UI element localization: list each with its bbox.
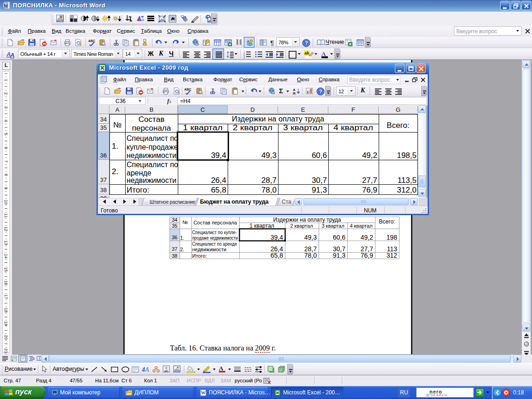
- svg-text:купле-продаже: купле-продаже: [127, 143, 178, 151]
- svg-text:A: A: [115, 106, 120, 113]
- svg-text:91,3: 91,3: [333, 252, 345, 259]
- svg-text:2.: 2.: [180, 247, 184, 252]
- svg-text:49,3: 49,3: [261, 151, 277, 160]
- svg-text:312,0: 312,0: [397, 186, 417, 194]
- svg-text:27,7: 27,7: [362, 176, 377, 185]
- svg-text:D: D: [250, 106, 254, 113]
- svg-text:Специалист по аренде: Специалист по аренде: [192, 241, 237, 247]
- svg-text:Итого:: Итого:: [192, 253, 207, 259]
- svg-text:недвижимости: недвижимости: [127, 151, 176, 159]
- svg-text:Состав: Состав: [139, 115, 164, 124]
- svg-text:60,6: 60,6: [312, 151, 327, 160]
- svg-text:30,7: 30,7: [312, 176, 327, 185]
- svg-text:G: G: [396, 106, 400, 113]
- svg-text:198,5: 198,5: [397, 151, 417, 160]
- svg-text:1.: 1.: [112, 142, 118, 151]
- svg-text:26,4: 26,4: [211, 176, 226, 185]
- svg-text:1 квартал: 1 квартал: [249, 223, 274, 229]
- svg-text:76,9: 76,9: [362, 186, 377, 194]
- svg-text:91,3: 91,3: [312, 186, 327, 194]
- svg-text:C: C: [200, 106, 205, 113]
- svg-text:A: A: [219, 365, 224, 372]
- svg-text:4 квартал: 4 квартал: [350, 223, 372, 229]
- svg-text:38: 38: [172, 253, 177, 259]
- svg-text:2 квартал: 2 квартал: [233, 124, 272, 132]
- svg-text:Специалист по: Специалист по: [127, 134, 178, 142]
- svg-text:Всего:: Всего:: [379, 218, 395, 225]
- svg-text:A: A: [10, 52, 14, 59]
- svg-text:?: ?: [305, 40, 308, 46]
- svg-text:36: 36: [100, 152, 107, 159]
- svg-text:E: E: [301, 106, 305, 113]
- svg-text:35: 35: [172, 223, 177, 229]
- svg-text:60,6: 60,6: [333, 234, 345, 241]
- svg-text:¶: ¶: [270, 39, 274, 46]
- svg-text:78,0: 78,0: [304, 252, 317, 259]
- svg-text:Σ: Σ: [279, 87, 283, 95]
- svg-text:A: A: [321, 50, 326, 57]
- svg-text:37: 37: [100, 176, 107, 183]
- svg-text:?: ?: [319, 89, 322, 94]
- svg-text:2 квартал: 2 квартал: [290, 223, 313, 229]
- svg-text:39,4: 39,4: [211, 151, 226, 160]
- svg-text:113,5: 113,5: [398, 176, 417, 185]
- svg-text:3 квартал: 3 квартал: [321, 223, 344, 229]
- svg-text:недвижимости: недвижимости: [127, 176, 176, 184]
- svg-text:198: 198: [387, 234, 398, 241]
- svg-text:Издержки на оплату труда: Издержки на оплату труда: [273, 217, 341, 223]
- svg-text:65,8: 65,8: [211, 186, 226, 194]
- svg-text:№: №: [113, 121, 121, 129]
- svg-text:недвижимости: недвижимости: [192, 247, 226, 252]
- svg-text:продаже недвижимости: продаже недвижимости: [192, 235, 238, 241]
- svg-text:Специалист по: Специалист по: [127, 161, 178, 169]
- svg-text:39,4: 39,4: [271, 234, 283, 241]
- svg-text:Итого:: Итого:: [127, 186, 149, 194]
- svg-text:Специалист по купле-: Специалист по купле-: [192, 230, 237, 235]
- svg-text:37: 37: [172, 246, 177, 252]
- svg-text:38: 38: [100, 187, 107, 193]
- svg-text:Я: Я: [293, 91, 296, 95]
- svg-text:49,2: 49,2: [362, 151, 377, 160]
- svg-text:B: B: [150, 106, 154, 113]
- svg-text:34: 34: [100, 116, 107, 123]
- svg-text:1.: 1.: [180, 235, 184, 241]
- svg-text:76,9: 76,9: [361, 252, 373, 259]
- svg-text:1 квартал: 1 квартал: [183, 124, 223, 132]
- svg-text:3: 3: [243, 56, 245, 58]
- svg-text:49,3: 49,3: [304, 234, 317, 241]
- svg-text:W: W: [4, 3, 8, 8]
- svg-text:№: №: [182, 219, 188, 225]
- svg-text:312: 312: [387, 252, 398, 259]
- svg-text:3 квартал: 3 квартал: [283, 124, 323, 132]
- svg-text:36: 36: [172, 235, 177, 240]
- svg-text:4: 4: [142, 366, 145, 373]
- svg-text:аренде: аренде: [127, 169, 151, 177]
- svg-text:28,7: 28,7: [261, 176, 277, 185]
- svg-text:F: F: [351, 106, 355, 113]
- svg-text:2.: 2.: [112, 167, 118, 176]
- svg-text:W: W: [201, 390, 206, 395]
- svg-text:персонала: персонала: [132, 124, 171, 133]
- svg-text:Издержки на оплату труда: Издержки на оплату труда: [232, 115, 325, 123]
- svg-text:4 квартал: 4 квартал: [333, 124, 373, 132]
- svg-text:A: A: [247, 39, 250, 44]
- svg-text:34: 34: [172, 217, 177, 223]
- svg-text:78,0: 78,0: [261, 186, 277, 194]
- svg-text:65,8: 65,8: [271, 252, 283, 259]
- svg-text:35: 35: [100, 124, 107, 131]
- svg-text:A: A: [145, 366, 149, 373]
- svg-text:Всего:: Всего:: [387, 121, 409, 130]
- svg-text:Состав персонала: Состав персонала: [193, 220, 237, 225]
- svg-text:49,2: 49,2: [361, 234, 373, 241]
- svg-text:ab: ab: [304, 51, 309, 55]
